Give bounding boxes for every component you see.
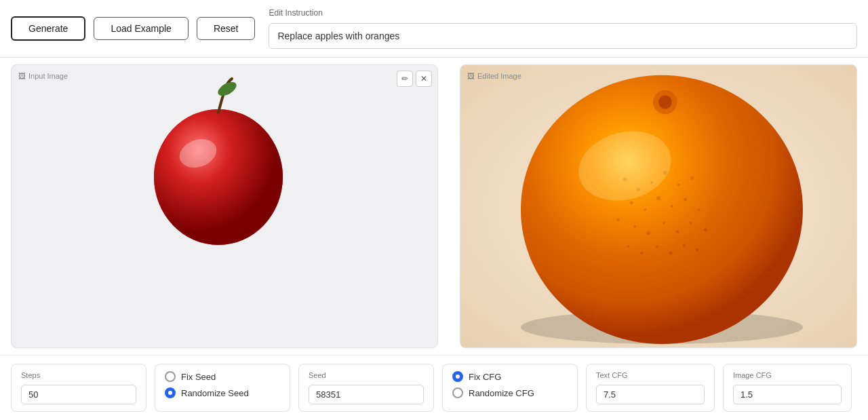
svg-point-11 xyxy=(677,183,680,186)
edit-instruction-section: Edit Instruction xyxy=(269,8,857,49)
bottom-controls: Steps Fix Seed Randomize Seed Seed xyxy=(0,355,868,420)
svg-point-28 xyxy=(656,245,658,248)
randomize-cfg-radio[interactable] xyxy=(452,387,463,398)
svg-point-30 xyxy=(683,244,686,246)
svg-point-15 xyxy=(656,196,660,200)
fix-seed-option[interactable]: Fix Seed xyxy=(165,371,280,382)
output-image-icon: 🖼 xyxy=(467,72,475,80)
seed-input[interactable] xyxy=(309,385,424,404)
steps-label: Steps xyxy=(21,371,136,379)
cfg-toggle-control: Fix CFG Randomize CFG xyxy=(442,364,578,412)
svg-point-13 xyxy=(630,202,633,205)
fix-cfg-label: Fix CFG xyxy=(469,372,501,382)
input-panel: 🖼 Input Image xyxy=(11,64,438,348)
svg-point-26 xyxy=(627,245,629,248)
main-panels: 🖼 Input Image xyxy=(0,58,868,355)
text-cfg-control: Text CFG xyxy=(586,364,715,412)
orange-svg xyxy=(460,65,856,347)
output-panel: 🖼 Edited Image xyxy=(460,64,857,348)
text-cfg-input[interactable] xyxy=(596,385,705,404)
svg-point-14 xyxy=(644,208,646,211)
randomize-seed-radio[interactable] xyxy=(165,387,176,398)
svg-point-25 xyxy=(704,228,707,231)
randomize-seed-option[interactable]: Randomize Seed xyxy=(165,387,280,398)
text-cfg-label: Text CFG xyxy=(596,371,705,379)
randomize-cfg-label: Randomize CFG xyxy=(469,388,534,398)
fix-seed-radio[interactable] xyxy=(165,371,176,382)
svg-point-18 xyxy=(697,208,700,211)
svg-point-23 xyxy=(675,230,679,233)
randomize-seed-label: Randomize Seed xyxy=(181,388,249,398)
load-example-button[interactable]: Load Example xyxy=(94,17,189,40)
svg-point-34 xyxy=(658,96,672,109)
svg-point-29 xyxy=(669,252,672,255)
orange-output-area xyxy=(460,65,856,347)
edit-icons-overlay: ✏ ✕ xyxy=(397,71,432,87)
close-button[interactable]: ✕ xyxy=(416,71,432,87)
apple-svg xyxy=(147,65,290,265)
svg-point-6 xyxy=(521,75,803,344)
randomize-cfg-option[interactable]: Randomize CFG xyxy=(452,387,568,398)
svg-point-16 xyxy=(671,205,673,208)
cfg-radio-group: Fix CFG Randomize CFG xyxy=(452,371,568,398)
svg-point-19 xyxy=(616,218,620,221)
seed-toggle-control: Fix Seed Randomize Seed xyxy=(155,364,290,412)
svg-point-12 xyxy=(690,176,694,180)
edit-instruction-label: Edit Instruction xyxy=(269,8,857,18)
output-panel-label: 🖼 Edited Image xyxy=(467,72,521,80)
edit-pencil-button[interactable]: ✏ xyxy=(397,71,413,87)
svg-point-31 xyxy=(696,248,699,252)
seed-radio-group: Fix Seed Randomize Seed xyxy=(165,371,280,398)
edit-instruction-input[interactable] xyxy=(269,23,857,49)
svg-point-17 xyxy=(684,198,687,202)
fix-cfg-option[interactable]: Fix CFG xyxy=(452,371,568,382)
steps-control: Steps xyxy=(11,364,146,412)
reset-button[interactable]: Reset xyxy=(197,17,256,40)
steps-input[interactable] xyxy=(21,385,136,404)
input-panel-label: 🖼 Input Image xyxy=(18,72,68,80)
seed-value-control: Seed xyxy=(298,364,434,412)
input-image-icon: 🖼 xyxy=(18,72,26,80)
generate-button[interactable]: Generate xyxy=(11,16,85,41)
image-cfg-control: Image CFG xyxy=(723,364,852,412)
seed-label: Seed xyxy=(309,371,424,379)
svg-point-21 xyxy=(646,231,650,235)
svg-point-20 xyxy=(633,225,636,228)
fix-cfg-radio[interactable] xyxy=(452,371,463,382)
svg-point-1 xyxy=(154,109,283,245)
image-cfg-input[interactable] xyxy=(733,385,842,404)
svg-point-24 xyxy=(690,222,692,225)
svg-point-22 xyxy=(663,222,665,225)
toolbar: Generate Load Example Reset Edit Instruc… xyxy=(0,0,868,58)
svg-point-27 xyxy=(640,252,644,255)
image-cfg-label: Image CFG xyxy=(733,371,842,379)
fix-seed-label: Fix Seed xyxy=(181,372,216,382)
apple-image xyxy=(147,65,290,265)
